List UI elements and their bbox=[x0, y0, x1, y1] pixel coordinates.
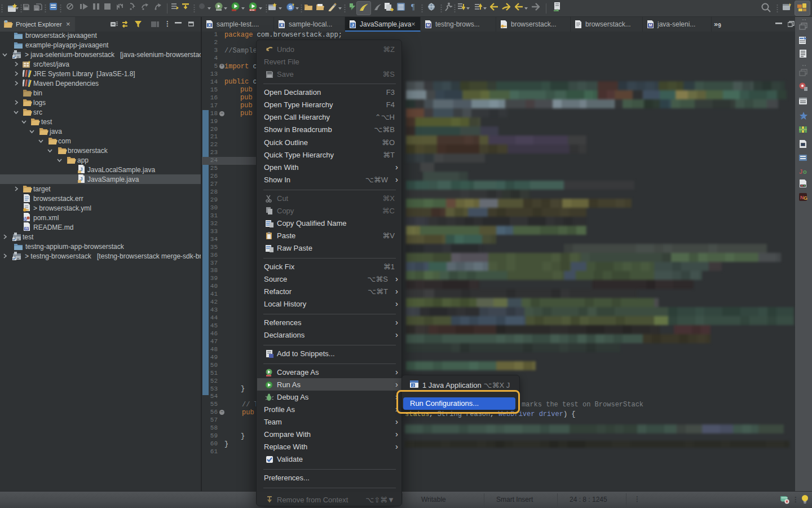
svg-text:o: o bbox=[350, 6, 352, 11]
svg-text:o: o bbox=[803, 168, 807, 175]
svg-text:G: G bbox=[804, 195, 807, 201]
svg-text:M: M bbox=[649, 23, 652, 27]
svg-text:¶: ¶ bbox=[411, 3, 415, 11]
svg-text:X: X bbox=[280, 23, 283, 27]
svg-text:X: X bbox=[208, 23, 211, 27]
svg-text:M: M bbox=[427, 23, 430, 27]
svg-text:J: J bbox=[799, 168, 802, 175]
svg-text:J: J bbox=[351, 23, 354, 28]
svg-text:M: M bbox=[24, 217, 27, 221]
svg-text:S: S bbox=[289, 5, 292, 10]
svg-text:W: W bbox=[25, 226, 29, 230]
svg-text:J: J bbox=[412, 384, 414, 387]
